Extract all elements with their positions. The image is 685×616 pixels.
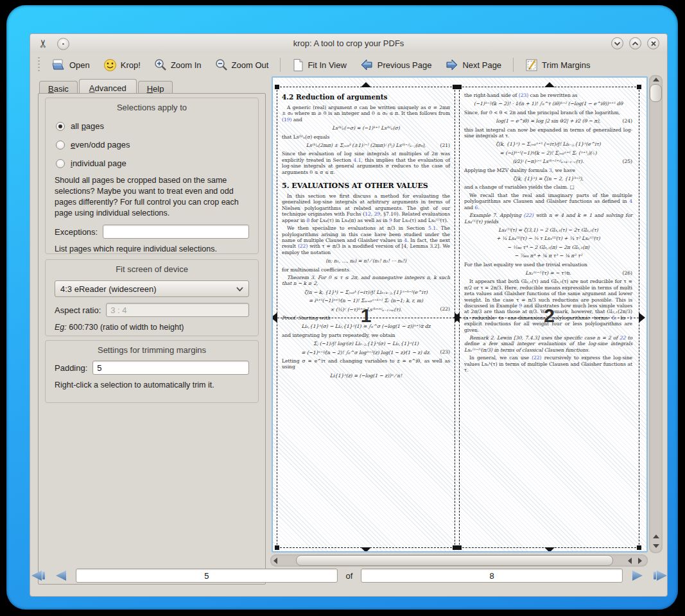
window-glow-frame: ✂ krop: A tool to crop your PDFs: [6, 5, 678, 610]
radio-all-pages[interactable]: all pages: [56, 121, 258, 131]
horizontal-scrollbar[interactable]: [270, 554, 648, 567]
exceptions-input[interactable]: [103, 225, 249, 239]
aspect-ratio-label: Aspect ratio:: [55, 305, 101, 315]
aspect-example: Eg: 600:730 (ratio of width to height): [55, 323, 249, 332]
selection-number: 1: [277, 305, 455, 327]
resize-handle[interactable]: [453, 545, 457, 550]
arrow-last-icon: [657, 570, 667, 581]
last-page-button[interactable]: [652, 569, 668, 582]
next-page-label: Next Page: [462, 60, 501, 70]
toolbar-drag-handle[interactable]: [38, 57, 40, 73]
scroll-up-button[interactable]: [649, 75, 663, 84]
trim-margins-button[interactable]: Trim Margins: [523, 57, 592, 73]
resize-handle[interactable]: [275, 85, 279, 89]
selections-apply-to-group: Selections apply to all pages even/odd p…: [45, 98, 259, 254]
crop-selection-2[interactable]: 2: [459, 87, 639, 548]
vertical-scrollbar[interactable]: [649, 75, 663, 553]
padding-input[interactable]: [92, 361, 249, 375]
scroll-down-button[interactable]: [649, 542, 663, 551]
resize-handle-left[interactable]: [453, 312, 460, 323]
resize-handle[interactable]: [637, 85, 641, 89]
open-button[interactable]: Open: [49, 57, 92, 73]
device-select[interactable]: 4:3 eReader (widescreen): [55, 280, 249, 297]
krop-button[interactable]: Krop!: [101, 57, 143, 73]
resize-handle-bottom[interactable]: [361, 547, 371, 552]
selection-number: 2: [460, 305, 639, 327]
minimize-button[interactable]: [611, 37, 623, 49]
resize-handle-top[interactable]: [361, 82, 371, 87]
arrow-left-icon: [360, 58, 374, 71]
scroll-left-button[interactable]: [270, 554, 281, 567]
crop-selection-1[interactable]: 1: [277, 87, 455, 548]
zoom-in-button[interactable]: Zoom In: [152, 57, 204, 73]
toolbar-separator: [513, 58, 514, 72]
advanced-tab-panel: Selections apply to all pages even/odd p…: [38, 93, 266, 585]
chevron-up-icon: [653, 535, 659, 538]
page-navigation: of: [30, 569, 668, 583]
radio-icon[interactable]: [56, 159, 65, 168]
chevron-right-icon: [638, 558, 642, 564]
fit-in-view-button[interactable]: Fit In View: [290, 57, 348, 73]
device-select-value: 4:3 eReader (widescreen): [60, 284, 157, 294]
resize-handle-right[interactable]: [639, 312, 645, 323]
radio-icon[interactable]: [56, 122, 65, 131]
next-page-button[interactable]: Next Page: [443, 57, 503, 73]
chevron-down-icon: [614, 41, 621, 46]
next-page-nav-button[interactable]: [631, 569, 644, 582]
arrow-right-icon: [445, 58, 458, 71]
arrow-first-icon: [31, 570, 42, 581]
first-page-button[interactable]: [30, 569, 46, 582]
zoom-out-label: Zoom Out: [232, 60, 269, 70]
chevron-left-icon: [628, 558, 632, 564]
trim-hint: Right-click a selection to automatically…: [55, 381, 249, 389]
scroll-right-button[interactable]: [635, 554, 645, 567]
resize-handle-bottom[interactable]: [544, 547, 555, 552]
previous-page-button[interactable]: Previous Page: [358, 57, 434, 73]
scroll-up-button-2[interactable]: [649, 532, 663, 541]
chevron-left-icon: [273, 558, 277, 564]
radio-label: even/odd pages: [71, 140, 130, 150]
fit-in-view-icon: [292, 58, 304, 72]
trim-margins-label: Trim Margins: [542, 60, 590, 70]
current-page-input[interactable]: [76, 569, 338, 583]
previous-page-label: Previous Page: [377, 60, 432, 70]
resize-handle-top[interactable]: [544, 82, 555, 87]
fit-screen-group: Fit screen of device 4:3 eReader (widesc…: [45, 259, 259, 336]
zoom-in-label: Zoom In: [171, 60, 202, 70]
resize-handle[interactable]: [457, 85, 462, 89]
pdf-viewport[interactable]: 4.2 Reduction of argumentsA generic (rea…: [272, 76, 648, 552]
resize-handle-left[interactable]: [272, 312, 277, 323]
previous-page-nav-button[interactable]: [55, 569, 67, 582]
maximize-button[interactable]: [629, 37, 641, 49]
exceptions-label: Exceptions:: [55, 227, 98, 237]
horizontal-scrollbar-thumb[interactable]: [296, 555, 613, 566]
resize-handle[interactable]: [457, 545, 462, 550]
total-pages-display: [361, 569, 623, 583]
arrow-right-icon: [632, 570, 643, 581]
radio-icon[interactable]: [56, 141, 65, 150]
close-icon: [650, 40, 657, 47]
radio-even-odd-pages[interactable]: even/odd pages: [56, 140, 258, 150]
resize-handle[interactable]: [275, 545, 279, 550]
close-button[interactable]: [647, 37, 659, 49]
radio-label: all pages: [71, 121, 104, 131]
eg-label: Eg:: [55, 323, 67, 332]
chevron-up-icon: [632, 41, 639, 46]
toolbar: Open Krop! Zoom In: [30, 53, 667, 76]
titlebar[interactable]: ✂ krop: A tool to crop your PDFs: [30, 34, 667, 53]
selections-help-text: Should all pages be cropped based on the…: [55, 175, 249, 219]
group-title: Selections apply to: [46, 98, 258, 112]
arrow-left-icon: [56, 570, 66, 581]
resize-handle[interactable]: [637, 545, 641, 550]
open-label: Open: [69, 60, 90, 70]
open-icon: [51, 58, 65, 71]
chevron-down-icon: [653, 544, 659, 548]
scroll-left-button-2[interactable]: [625, 554, 635, 567]
radio-individual-page[interactable]: individual page: [56, 158, 258, 168]
zoom-out-button[interactable]: Zoom Out: [213, 57, 271, 73]
chevron-down-icon: [236, 287, 243, 291]
vertical-scrollbar-thumb[interactable]: [650, 84, 662, 102]
of-label: of: [346, 571, 353, 581]
resize-handle[interactable]: [453, 85, 457, 89]
smiley-icon: [103, 58, 117, 72]
